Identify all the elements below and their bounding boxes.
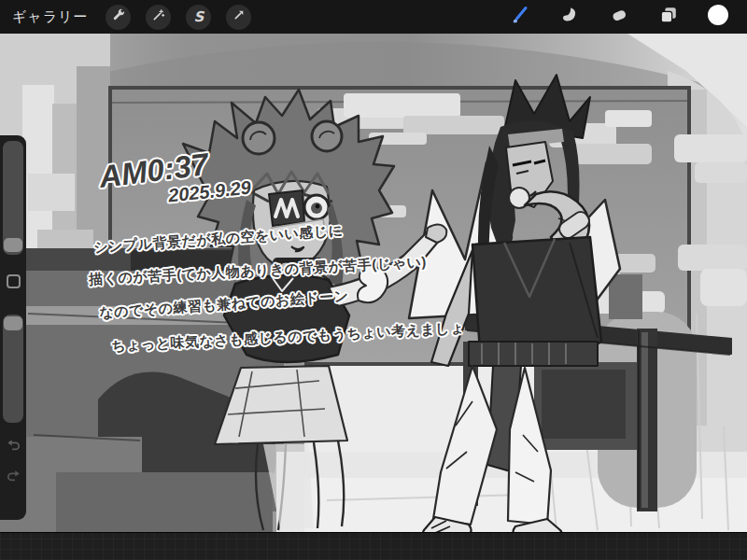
smudge-icon [559,5,580,29]
brush-icon [509,4,531,30]
gallery-button[interactable]: ギャラリー [12,8,88,26]
brush-size-slider-handle[interactable] [4,238,22,252]
undo-icon [6,437,21,456]
redo-button[interactable] [3,467,23,487]
top-toolbar: ギャラリー S [0,0,747,34]
procreate-app: ギャラリー S [0,0,747,560]
magic-wand-icon [151,7,166,26]
opacity-slider-handle[interactable] [4,316,22,330]
layers-icon [658,5,679,29]
smudge-tool-button[interactable] [558,6,581,28]
transform-button[interactable] [226,5,251,30]
erase-tool-button[interactable] [608,6,630,28]
transform-arrow-icon [232,7,247,26]
wrench-icon [111,7,126,26]
eraser-icon [609,5,629,29]
selection-button[interactable]: S [186,5,211,30]
paint-tools-group [509,6,735,28]
drawing-canvas[interactable]: AM0:37 2025.9.29 シンプル背景だが私の空をいい感じに 描くのが苦… [0,34,747,532]
actions-button[interactable] [106,5,131,30]
selection-s-icon: S [194,8,204,25]
app-background-strip [0,532,747,560]
paint-tool-button[interactable] [509,6,531,28]
redo-icon [6,468,21,487]
opacity-slider[interactable] [3,315,23,423]
layers-button[interactable] [657,6,680,28]
undo-button[interactable] [3,436,23,456]
color-circle-icon [707,4,729,30]
modify-button[interactable] [7,274,21,288]
sidebar-controls [0,135,26,520]
adjustments-button[interactable] [146,5,171,30]
color-button[interactable] [707,6,729,28]
